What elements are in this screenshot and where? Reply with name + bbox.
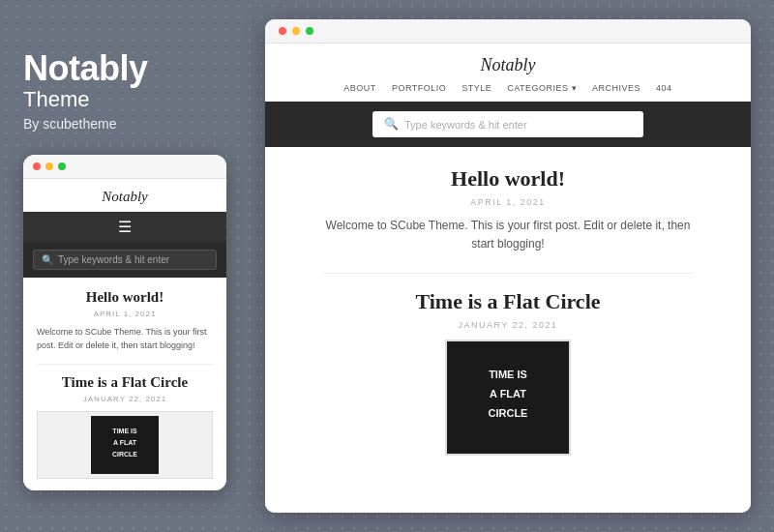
desktop-post1-date: APRIL 1, 2021	[323, 197, 693, 207]
mobile-nav-bar: ☰	[23, 212, 226, 242]
nav-archives[interactable]: ARCHIVES	[592, 83, 640, 93]
desktop-search-inner[interactable]: 🔍 Type keywords & hit enter	[372, 111, 643, 137]
nav-style[interactable]: STYLE	[461, 83, 491, 93]
app-name: Notably	[23, 49, 246, 88]
nav-about[interactable]: ABOUT	[343, 83, 376, 93]
mobile-divider	[37, 364, 213, 365]
desktop-search-placeholder: Type keywords & hit enter	[404, 119, 527, 131]
nav-404[interactable]: 404	[656, 83, 672, 93]
by-line: By scubetheme	[23, 116, 246, 132]
desktop-post1-excerpt: Welcome to SCube Theme. This is your fir…	[323, 217, 693, 253]
mobile-top-bar	[23, 155, 226, 179]
dot-red	[33, 163, 41, 170]
desktop-thumbnail-svg: TIME IS A FLAT CIRCLE	[447, 341, 569, 454]
desktop-dot-green	[306, 27, 313, 35]
mobile-post2-thumbnail: TIME IS A FLAT CIRCLE	[37, 411, 213, 479]
svg-text:CIRCLE: CIRCLE	[112, 451, 137, 458]
mobile-mockup: Notably ☰ 🔍 Type keywords & hit enter He…	[23, 155, 226, 490]
theme-label: Theme	[23, 87, 246, 112]
desktop-post2-date: JANUARY 22, 2021	[323, 320, 693, 330]
mobile-search-inner[interactable]: 🔍 Type keywords & hit enter	[33, 250, 217, 270]
desktop-post2-title: Time is a Flat Circle	[323, 289, 693, 314]
dot-yellow	[45, 163, 53, 170]
desktop-post1-title: Hello world!	[323, 166, 693, 192]
title-block: Notably Theme By scubetheme	[23, 42, 246, 140]
mobile-post1-excerpt: Welcome to SCube Theme. This is your fir…	[37, 326, 213, 352]
desktop-site-title: Notably	[284, 55, 731, 75]
svg-text:TIME IS: TIME IS	[489, 369, 527, 380]
mobile-search-area: 🔍 Type keywords & hit enter	[23, 242, 226, 278]
desktop-header: Notably ABOUT PORTFOLIO STYLE CATEGORIES…	[265, 44, 751, 102]
desktop-dot-yellow	[292, 27, 300, 35]
mobile-post2-title: Time is a Flat Circle	[37, 374, 213, 391]
svg-text:TIME IS: TIME IS	[112, 428, 137, 434]
nav-categories[interactable]: CATEGORIES ▾	[507, 83, 577, 93]
desktop-post2-thumbnail: TIME IS A FLAT CIRCLE	[445, 340, 571, 456]
desktop-dot-red	[279, 27, 286, 35]
svg-text:A FLAT: A FLAT	[113, 439, 137, 446]
desktop-mockup: Notably ABOUT PORTFOLIO STYLE CATEGORIES…	[265, 19, 751, 513]
desktop-search-bar: 🔍 Type keywords & hit enter	[265, 102, 751, 147]
mobile-search-placeholder: Type keywords & hit enter	[58, 254, 169, 265]
desktop-nav: ABOUT PORTFOLIO STYLE CATEGORIES ▾ ARCHI…	[284, 83, 731, 93]
desktop-divider	[323, 273, 693, 274]
mobile-content: Hello world! APRIL 1, 2021 Welcome to SC…	[23, 278, 226, 490]
desktop-top-bar	[265, 19, 751, 44]
desktop-search-icon: 🔍	[384, 117, 399, 132]
nav-portfolio[interactable]: PORTFOLIO	[392, 83, 446, 93]
dot-green	[58, 163, 66, 170]
mobile-post2-date: JANUARY 22, 2021	[37, 395, 213, 403]
mobile-post1-title: Hello world!	[37, 289, 213, 306]
mobile-post1-date: APRIL 1, 2021	[37, 310, 213, 318]
desktop-content: Notably ABOUT PORTFOLIO STYLE CATEGORIES…	[265, 44, 751, 513]
hamburger-icon: ☰	[118, 218, 132, 236]
thumbnail-svg: TIME IS A FLAT CIRCLE	[91, 416, 159, 474]
search-icon: 🔍	[42, 254, 53, 265]
left-panel: Notably Theme By scubetheme Notably ☰ 🔍 …	[23, 42, 246, 491]
svg-text:CIRCLE: CIRCLE	[489, 407, 528, 419]
desktop-body: 🔍 Type keywords & hit enter Hello world!…	[265, 102, 751, 513]
svg-text:A FLAT: A FLAT	[490, 388, 526, 399]
desktop-posts: Hello world! APRIL 1, 2021 Welcome to SC…	[265, 147, 751, 513]
mobile-site-title: Notably	[23, 179, 226, 212]
